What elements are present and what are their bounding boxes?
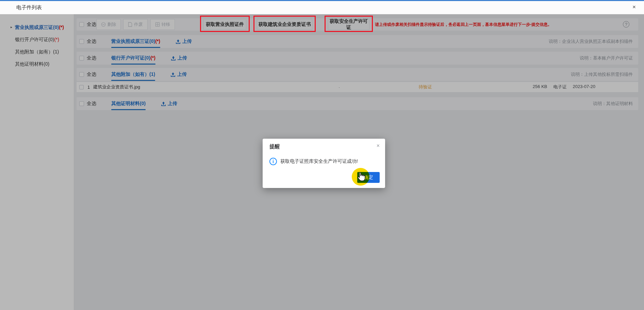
annotation-box-construction-qualification	[253, 16, 316, 32]
dialog-body: i 获取电子证照库安全生产许可证成功!	[269, 158, 358, 165]
electronic-files-window: 电子件列表 × ▸ 营业执照或原三证(0)(*) 银行开户许可证(0)(*) 其…	[0, 0, 644, 310]
page-title: 电子件列表	[16, 4, 42, 11]
info-icon: i	[269, 158, 277, 165]
close-icon[interactable]: ×	[632, 4, 636, 11]
cursor-hand-icon	[357, 172, 366, 182]
dialog-title: 提醒	[269, 143, 280, 150]
annotation-box-safety-permit	[325, 16, 373, 32]
dialog-close-icon[interactable]: ×	[377, 143, 380, 149]
dialog-message: 获取电子证照库安全生产许可证成功!	[280, 158, 358, 165]
annotation-box-business-license	[200, 16, 250, 32]
title-bar: 电子件列表 ×	[0, 1, 644, 14]
